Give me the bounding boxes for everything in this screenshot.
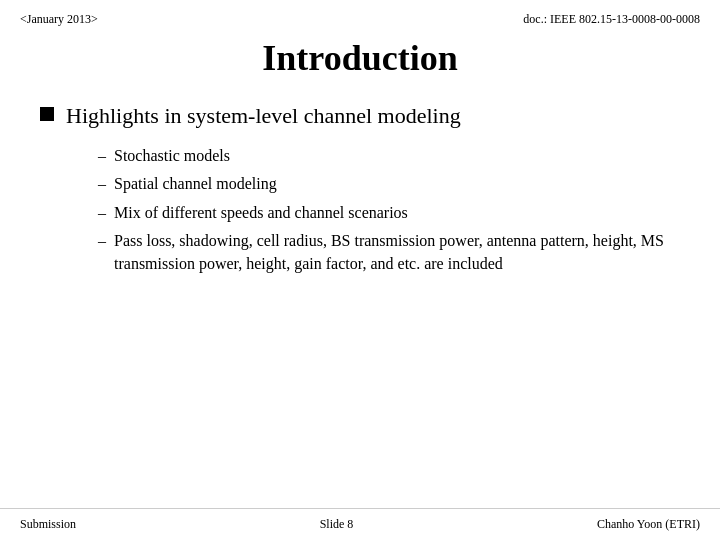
footer-slide-number: Slide 8 <box>320 517 354 532</box>
title-section: Introduction <box>0 37 720 79</box>
sub-bullet-4: – Pass loss, shadowing, cell radius, BS … <box>98 230 680 275</box>
sub-bullet-1: – Stochastic models <box>98 145 680 167</box>
footer-author: Chanho Yoon (ETRI) <box>597 517 700 532</box>
header-date: <January 2013> <box>20 12 98 27</box>
slide-header: <January 2013> doc.: IEEE 802.15-13-0008… <box>0 0 720 27</box>
sub-bullet-text-3: Mix of different speeds and channel scen… <box>114 202 408 224</box>
slide-content: Highlights in system-level channel model… <box>0 103 720 275</box>
bullet-square-icon <box>40 107 54 121</box>
slide-footer: Submission Slide 8 Chanho Yoon (ETRI) <box>0 508 720 540</box>
main-bullet: Highlights in system-level channel model… <box>40 103 680 129</box>
dash-icon-4: – <box>98 230 106 252</box>
dash-icon-3: – <box>98 202 106 224</box>
slide-title: Introduction <box>0 37 720 79</box>
header-doc-id: doc.: IEEE 802.15-13-0008-00-0008 <box>523 12 700 27</box>
sub-bullet-2: – Spatial channel modeling <box>98 173 680 195</box>
sub-bullets-list: – Stochastic models – Spatial channel mo… <box>40 145 680 275</box>
sub-bullet-text-4: Pass loss, shadowing, cell radius, BS tr… <box>114 230 680 275</box>
footer-submission: Submission <box>20 517 76 532</box>
dash-icon-2: – <box>98 173 106 195</box>
sub-bullet-3: – Mix of different speeds and channel sc… <box>98 202 680 224</box>
sub-bullet-text-2: Spatial channel modeling <box>114 173 277 195</box>
dash-icon-1: – <box>98 145 106 167</box>
sub-bullet-text-1: Stochastic models <box>114 145 230 167</box>
slide: <January 2013> doc.: IEEE 802.15-13-0008… <box>0 0 720 540</box>
main-bullet-text: Highlights in system-level channel model… <box>66 103 461 129</box>
